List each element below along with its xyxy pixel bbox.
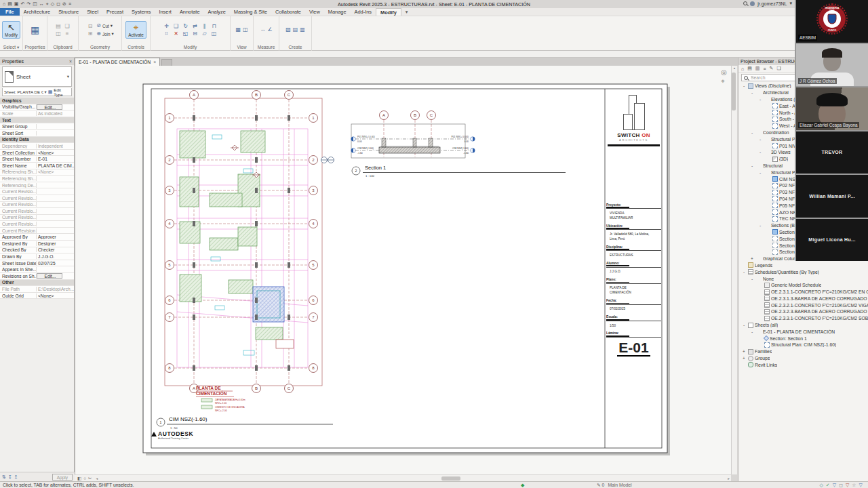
ribbon-tab[interactable]: Precast [102, 8, 127, 16]
ribbon-tab[interactable]: Steel [83, 8, 102, 16]
edit-type-button[interactable]: ▦Edit Type [48, 87, 70, 97]
sort-desc-icon[interactable]: ↥ [14, 474, 18, 480]
paste-icon[interactable]: ▤ [56, 23, 61, 30]
property-row[interactable]: Referencing Sh... [0, 176, 74, 182]
zoom-tool-icon[interactable]: ⌖ [721, 77, 727, 85]
property-row[interactable]: Checked By Checker [0, 247, 74, 254]
filter-icon[interactable]: ≡ [66, 30, 69, 37]
expand-icon[interactable]: - [749, 90, 755, 95]
property-row[interactable]: Dependency Independent [0, 143, 74, 150]
property-row[interactable]: Sheet Sort [0, 130, 74, 137]
property-row[interactable]: Current Revision [0, 228, 74, 235]
expand-icon[interactable]: - [757, 137, 763, 142]
ribbon-tab[interactable]: Add-Ins [351, 8, 376, 16]
scale-icon[interactable]: ▱ [202, 30, 206, 37]
sort-asc-icon[interactable]: ↧ [8, 474, 12, 480]
match-type-icon[interactable]: ◫ [56, 30, 61, 37]
open-icon[interactable]: ▤ [7, 1, 12, 7]
participant-tile[interactable]: Miguel Licona Hu... [796, 218, 868, 262]
select-by-face-icon[interactable]: ◻ [839, 483, 843, 488]
property-row[interactable]: Revisions on Sh... Edit... [0, 273, 74, 280]
redo-icon[interactable]: ↷ [26, 1, 31, 7]
sun-path-icon[interactable]: ○ [83, 476, 86, 481]
modify-tab-options[interactable]: ▾ [401, 8, 412, 16]
tree-item[interactable]: OE.2.3.2.3-BARRA DE ACERO CORRUGADO FY=4… [738, 308, 868, 315]
join-button[interactable]: ⊕Join▾ [96, 30, 114, 37]
browser-views-icon[interactable]: ▤ [747, 66, 752, 71]
browser-list-icon[interactable]: ▥ [755, 66, 760, 71]
select-pinned-icon[interactable]: ▽ [833, 483, 836, 488]
browser-edit-icon[interactable]: ✎ [770, 66, 774, 71]
measure-icon[interactable]: ↔ [39, 1, 44, 7]
view-tab-stub[interactable] [161, 59, 172, 66]
expand-icon[interactable]: - [741, 270, 747, 274]
property-row[interactable]: Other [0, 280, 74, 287]
tree-item[interactable]: + Groups [738, 355, 868, 362]
property-row[interactable]: Graphics [0, 98, 74, 104]
vertical-scrollbar-thumb[interactable] [732, 73, 736, 110]
expand-icon[interactable]: - [749, 130, 755, 135]
property-row[interactable]: Current Revisio... [0, 202, 74, 209]
chevron-down-icon[interactable]: ▾ [789, 1, 792, 6]
pin-icon[interactable]: ◫ [212, 30, 217, 37]
expand-icon[interactable]: - [749, 277, 755, 281]
ribbon-tab[interactable]: Massing & Site [230, 8, 271, 16]
tree-item[interactable]: OE.2.3.1.3-BARRA DE ACERO CORRUGADO FY=4… [738, 296, 868, 302]
property-row[interactable]: Drawn By J.J.G.O. [0, 253, 74, 260]
participant-tile[interactable]: INGENIERIA CIVIL CUSCO AESBIM [796, 0, 868, 43]
split-icon[interactable]: ⊟ [193, 30, 197, 37]
expand-icon[interactable]: + [741, 349, 747, 354]
ribbon-tab[interactable]: View [305, 8, 324, 16]
properties-icon[interactable]: ▦ [31, 26, 39, 33]
modify-button[interactable]: ↖Modify [2, 21, 20, 39]
property-row[interactable]: Designed By Designer [0, 241, 74, 247]
copy-icon[interactable]: ❏ [174, 23, 178, 30]
activate-button[interactable]: ⌖Activate [125, 21, 146, 39]
property-row[interactable]: Sheet Group [0, 123, 74, 130]
horizontal-scrollbar[interactable] [99, 476, 725, 481]
tree-item[interactable]: Generic Model Schedule [738, 282, 868, 289]
copy-to-clipboard-icon[interactable]: ❏ [64, 23, 69, 30]
print-icon[interactable]: ◫ [33, 1, 37, 7]
visual-style-icon[interactable]: ◧ [77, 476, 81, 481]
home-icon[interactable]: ⌂ [3, 1, 5, 7]
participant-tile[interactable]: Willian Mamani P... [796, 174, 868, 218]
cut-geometry-icon[interactable]: ⊟ [88, 23, 93, 30]
scroll-right-icon[interactable]: ▸ [726, 476, 731, 481]
hide-icon[interactable]: ◫ [243, 26, 248, 33]
tree-item[interactable]: Legends [738, 262, 868, 269]
drag-on-selection-icon[interactable]: ▽ [846, 483, 849, 488]
expand-icon[interactable]: - [749, 329, 755, 334]
instance-selector[interactable]: Sheet: PLANTA DE CI ▾ ▦Edit Type [2, 88, 72, 96]
cut-button[interactable]: ⊘Cut▾ [96, 22, 114, 29]
ribbon-tab[interactable]: Manage [324, 8, 351, 16]
property-row[interactable]: Current Revisio... [0, 195, 74, 202]
thin-lines-icon[interactable]: ≡ [68, 1, 71, 7]
tree-item[interactable]: OE.2.3.3.1-CONCRETO F'C=210KG/CM2 SOBREC… [738, 315, 868, 322]
section-icon[interactable]: ⊘ [62, 1, 66, 7]
property-row[interactable]: Text [0, 117, 74, 124]
property-row[interactable]: Visibility/Graph... Edit... [0, 104, 74, 111]
tree-item[interactable]: - E-01 - PLANTA DE CIMENTACIÓN [738, 328, 868, 335]
offset-icon[interactable]: ∥ [203, 23, 206, 30]
property-row[interactable]: File Path E:\Desktop\Arch... [0, 286, 74, 293]
property-row[interactable]: Current Revisio... [0, 208, 74, 215]
worksharing-icon[interactable]: ◆ [521, 483, 524, 488]
tree-item[interactable]: OE.2.3.1.1-CONCRETO F'C=210KG/CM2 EN CIM… [738, 289, 868, 296]
ribbon-tab[interactable]: Analyze [204, 8, 230, 16]
browser-copy-icon[interactable]: ❏ [776, 66, 781, 71]
chevron-down-icon[interactable]: ▾ [67, 74, 69, 79]
horizontal-scrollbar-thumb[interactable] [441, 476, 460, 481]
undo-icon[interactable]: ↶ [20, 1, 24, 7]
steering-wheel-icon[interactable]: ◎ [721, 68, 727, 76]
mirror-icon[interactable]: ⇄ [193, 23, 197, 30]
property-row[interactable]: Approved By Approver [0, 234, 74, 241]
main-model-selector[interactable]: Main Model [608, 483, 631, 487]
property-row[interactable]: Guide Grid <None> [0, 293, 74, 300]
ribbon-tab[interactable]: Structure [54, 8, 83, 16]
property-row[interactable]: Current Revisio... [0, 221, 74, 228]
scroll-up-icon[interactable]: ▴ [734, 66, 736, 70]
close-icon[interactable]: × [69, 59, 72, 64]
type-selector[interactable]: Sheet ▾ [2, 66, 72, 87]
tree-item[interactable]: - Sheets (all) [738, 322, 868, 329]
